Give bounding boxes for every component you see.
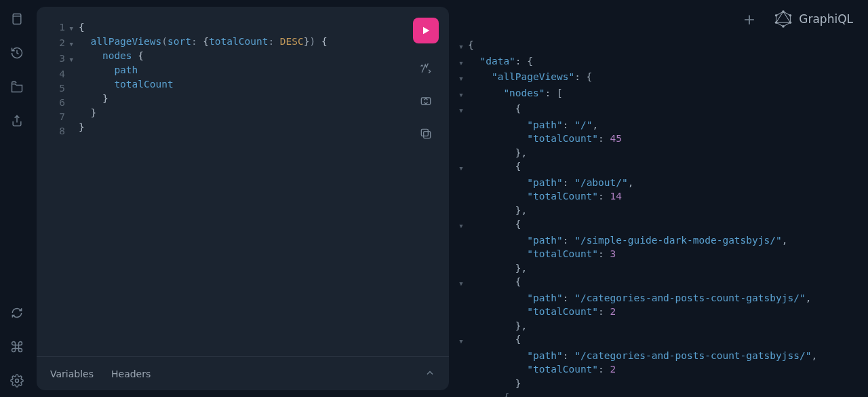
tab-headers[interactable]: Headers	[111, 368, 151, 379]
graphql-icon	[774, 10, 792, 28]
svg-point-10	[775, 21, 778, 24]
editor-gutter: 1▼2▼3▼45678	[37, 7, 75, 356]
query-panel: 1▼2▼3▼45678 { allPageViews(sort: {totalC…	[37, 7, 449, 390]
copy-icon[interactable]	[418, 126, 433, 141]
query-editor[interactable]: { allPageViews(sort: {totalCount: DESC})…	[75, 7, 328, 356]
history-icon[interactable]	[10, 46, 24, 60]
settings-icon[interactable]	[10, 374, 24, 387]
svg-rect-3	[421, 129, 428, 136]
chevron-up-icon[interactable]	[425, 367, 435, 380]
result-panel: + GraphiQL ▼{▼ "data": {▼ "allPageViews"…	[452, 0, 868, 397]
svg-point-8	[789, 21, 792, 24]
svg-point-7	[789, 14, 792, 17]
prettify-icon[interactable]	[418, 61, 433, 76]
brand[interactable]: GraphiQL	[774, 10, 853, 28]
shortcuts-icon[interactable]	[10, 340, 24, 354]
header: + GraphiQL	[452, 0, 868, 38]
sidebar	[0, 0, 34, 397]
svg-point-11	[775, 14, 778, 17]
explorer-icon[interactable]	[10, 80, 24, 94]
refresh-icon[interactable]	[10, 306, 24, 320]
svg-point-0	[16, 379, 19, 383]
run-button[interactable]	[413, 18, 439, 43]
svg-rect-2	[424, 132, 431, 138]
svg-point-9	[782, 25, 785, 28]
docs-icon[interactable]	[10, 12, 24, 26]
bottom-tabs: Variables Headers	[37, 356, 449, 390]
merge-icon[interactable]	[418, 94, 433, 109]
brand-label: GraphiQL	[799, 12, 853, 26]
result-viewer[interactable]: ▼{▼ "data": {▼ "allPageViews": {▼ "nodes…	[452, 38, 868, 397]
svg-marker-5	[776, 12, 791, 22]
svg-point-6	[782, 10, 785, 13]
tab-variables[interactable]: Variables	[50, 368, 94, 379]
add-tab-icon[interactable]: +	[743, 11, 755, 28]
share-icon[interactable]	[10, 114, 24, 128]
